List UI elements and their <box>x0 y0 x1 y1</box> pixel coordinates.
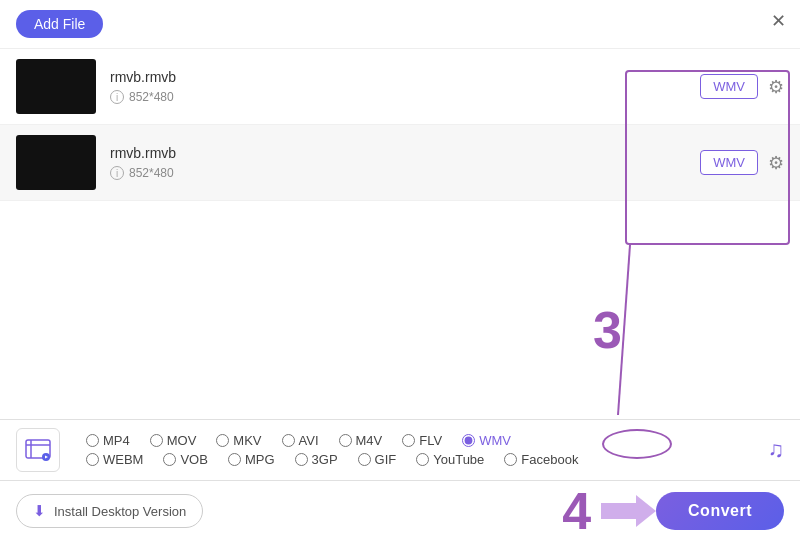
step-4-label: 4 <box>562 481 591 541</box>
action-bar: ⬇ Install Desktop Version 4 Convert <box>0 481 800 541</box>
radio-m4v[interactable]: M4V <box>329 433 393 448</box>
radio-wmv[interactable]: WMV <box>452 433 521 448</box>
settings-icon-1[interactable]: ⚙ <box>768 76 784 98</box>
install-button[interactable]: ⬇ Install Desktop Version <box>16 494 203 528</box>
radio-flv[interactable]: FLV <box>392 433 452 448</box>
file-actions-1: WMV ⚙ <box>700 74 784 99</box>
info-icon-1: i <box>110 90 124 104</box>
format-button-2[interactable]: WMV <box>700 150 758 175</box>
music-icon: ♫ <box>768 437 785 463</box>
radio-mkv[interactable]: MKV <box>206 433 271 448</box>
file-thumbnail-2 <box>16 135 96 190</box>
file-name-1: rmvb.rmvb <box>110 69 700 85</box>
format-row-1: MP4 MOV MKV AVI M4V FLV WMV <box>76 433 760 448</box>
settings-icon-2[interactable]: ⚙ <box>768 152 784 174</box>
radio-facebook[interactable]: Facebook <box>494 452 588 467</box>
format-bar: MP4 MOV MKV AVI M4V FLV WMV WEBM VOB MPG… <box>0 419 800 481</box>
convert-section: 4 Convert <box>562 481 784 541</box>
radio-youtube[interactable]: YouTube <box>406 452 494 467</box>
close-button[interactable]: ✕ <box>771 10 786 32</box>
file-info-1: rmvb.rmvb i 852*480 <box>110 69 700 104</box>
install-label: Install Desktop Version <box>54 504 186 519</box>
radio-3gp[interactable]: 3GP <box>285 452 348 467</box>
radio-avi[interactable]: AVI <box>272 433 329 448</box>
file-resolution-1: 852*480 <box>129 90 174 104</box>
file-item-2: rmvb.rmvb i 852*480 WMV ⚙ <box>0 125 800 201</box>
file-info-2: rmvb.rmvb i 852*480 <box>110 145 700 180</box>
file-name-2: rmvb.rmvb <box>110 145 700 161</box>
svg-marker-5 <box>601 495 656 527</box>
top-bar: Add File ✕ <box>0 0 800 49</box>
download-icon: ⬇ <box>33 502 46 520</box>
add-file-button[interactable]: Add File <box>16 10 103 38</box>
convert-button[interactable]: Convert <box>656 492 784 530</box>
format-row-2: WEBM VOB MPG 3GP GIF YouTube Facebook <box>76 452 760 467</box>
radio-mp4[interactable]: MP4 <box>76 433 140 448</box>
radio-vob[interactable]: VOB <box>153 452 217 467</box>
radio-gif[interactable]: GIF <box>348 452 407 467</box>
file-meta-1: i 852*480 <box>110 90 700 104</box>
format-button-1[interactable]: WMV <box>700 74 758 99</box>
video-format-icon <box>16 428 60 472</box>
file-item-1: rmvb.rmvb i 852*480 WMV ⚙ <box>0 49 800 125</box>
file-resolution-2: 852*480 <box>129 166 174 180</box>
info-icon-2: i <box>110 166 124 180</box>
file-list: rmvb.rmvb i 852*480 WMV ⚙ rmvb.rmvb i 85… <box>0 49 800 449</box>
file-thumbnail-1 <box>16 59 96 114</box>
radio-mpg[interactable]: MPG <box>218 452 285 467</box>
file-actions-2: WMV ⚙ <box>700 150 784 175</box>
convert-area: Convert <box>601 492 784 530</box>
format-options: MP4 MOV MKV AVI M4V FLV WMV WEBM VOB MPG… <box>76 433 760 467</box>
radio-mov[interactable]: MOV <box>140 433 207 448</box>
file-meta-2: i 852*480 <box>110 166 700 180</box>
arrow-icon <box>601 493 656 529</box>
radio-webm[interactable]: WEBM <box>76 452 153 467</box>
